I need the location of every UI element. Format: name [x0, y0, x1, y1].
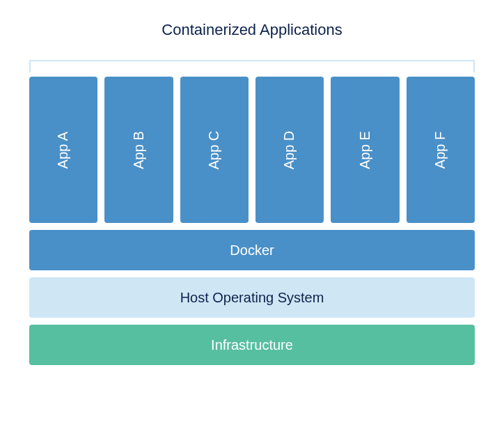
- app-label: App A: [56, 131, 72, 168]
- apps-row: App A App B App C App D App E App F: [29, 77, 475, 223]
- app-box-b: App B: [104, 77, 173, 223]
- app-box-e: App E: [331, 77, 399, 223]
- layer-host-os: Host Operating System: [29, 277, 475, 318]
- diagram-title: Containerized Applications: [162, 21, 342, 39]
- layer-infra-label: Infrastructure: [211, 337, 293, 353]
- app-box-d: App D: [255, 77, 324, 223]
- app-label: App B: [131, 131, 147, 169]
- app-box-c: App C: [180, 77, 249, 223]
- layer-host-label: Host Operating System: [180, 290, 324, 306]
- layer-docker-label: Docker: [230, 242, 274, 258]
- app-label: App E: [357, 131, 373, 169]
- diagram-stack: App A App B App C App D App E App F Dock…: [29, 60, 475, 365]
- app-box-f: App F: [407, 77, 475, 223]
- app-label: App C: [206, 130, 222, 169]
- layer-infrastructure: Infrastructure: [29, 325, 475, 365]
- app-box-a: App A: [29, 77, 97, 223]
- app-label: App D: [282, 130, 298, 169]
- apps-bracket: [29, 60, 475, 72]
- layer-docker: Docker: [29, 230, 475, 270]
- container-diagram: Containerized Applications App A App B A…: [28, 21, 476, 365]
- app-label: App F: [432, 131, 448, 168]
